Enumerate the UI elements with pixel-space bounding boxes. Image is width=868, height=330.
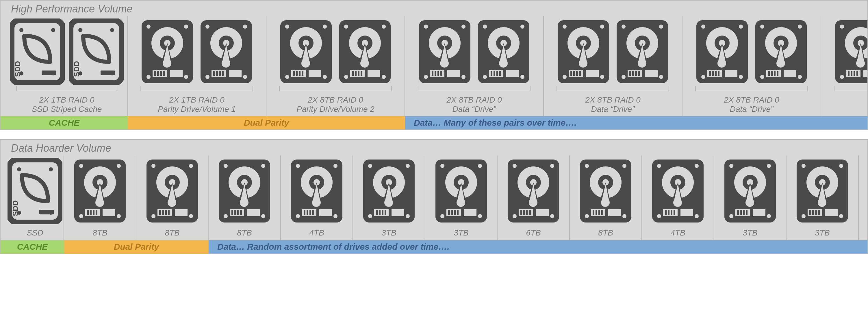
svg-point-248 xyxy=(334,164,338,168)
svg-rect-132 xyxy=(638,71,640,76)
svg-rect-144 xyxy=(709,71,711,76)
svg-point-52 xyxy=(301,59,310,68)
svg-point-202 xyxy=(79,164,83,168)
svg-point-157 xyxy=(776,59,785,68)
svg-rect-103 xyxy=(506,70,519,77)
drive-desc-line1: 8TB xyxy=(92,228,107,238)
svg-point-359 xyxy=(818,198,827,207)
drive-pair: RAID 0Data “Drive” xyxy=(821,16,868,116)
svg-text:SDD: SDD xyxy=(72,61,81,77)
drive-desc-line1: 3TB xyxy=(815,228,830,238)
svg-point-293 xyxy=(550,164,554,168)
svg-rect-302 xyxy=(523,210,525,215)
svg-point-339 xyxy=(729,214,733,218)
bracket xyxy=(834,86,868,91)
hdd-icon xyxy=(434,158,489,224)
svg-rect-290 xyxy=(464,209,476,216)
svg-point-233 xyxy=(261,164,265,168)
svg-rect-349 xyxy=(746,210,747,215)
svg-point-77 xyxy=(424,75,428,79)
drive-desc: 3TB xyxy=(378,228,399,238)
svg-rect-87 xyxy=(440,71,442,76)
svg-point-82 xyxy=(440,59,449,68)
svg-point-323 xyxy=(694,164,699,168)
hdd-icon xyxy=(615,19,670,85)
drive-desc-line1: 2X 8TB RAID 0 xyxy=(446,95,502,104)
svg-rect-72 xyxy=(361,71,362,76)
category-data: Data… Many of these pairs over time…. xyxy=(405,116,867,129)
svg-rect-13 xyxy=(100,70,115,75)
svg-point-295 xyxy=(550,214,554,218)
drive-pair: 2X 8TB RAID 0Data “Drive” xyxy=(544,16,682,116)
drive-desc-line1: 2X 8TB RAID 0 xyxy=(297,95,374,104)
svg-rect-88 xyxy=(447,70,460,77)
svg-point-108 xyxy=(600,75,604,79)
svg-rect-230 xyxy=(175,209,188,216)
drive-single: 3TB xyxy=(353,155,425,240)
svg-point-220 xyxy=(189,214,193,218)
svg-rect-303 xyxy=(526,210,528,215)
drive-desc-line1: 2X 1TB RAID 0 xyxy=(32,95,102,104)
svg-rect-275 xyxy=(392,209,404,216)
svg-point-355 xyxy=(839,214,843,218)
drive-desc-line1: 4TB xyxy=(670,228,685,238)
svg-point-265 xyxy=(406,214,410,218)
svg-rect-258 xyxy=(309,210,311,215)
svg-point-172 xyxy=(856,59,865,68)
svg-rect-214 xyxy=(96,210,97,215)
bracket xyxy=(418,86,530,91)
svg-point-123 xyxy=(659,75,663,79)
drive-desc: 8TB xyxy=(90,228,110,238)
drive-single: 8TB xyxy=(570,155,642,240)
svg-point-97 xyxy=(499,59,508,68)
hdd-icon xyxy=(289,158,344,224)
svg-rect-26 xyxy=(160,71,162,76)
svg-rect-243 xyxy=(237,210,239,215)
drive-pair: SDD SDD 2X 1TB RAID 0SSD Striped Cache xyxy=(1,16,128,116)
drive-single: 3TB xyxy=(714,155,786,240)
svg-point-15 xyxy=(147,25,151,29)
svg-rect-100 xyxy=(494,71,495,76)
category-row: CACHEDual ParityData… Random assortment … xyxy=(1,240,867,253)
svg-point-352 xyxy=(802,164,806,168)
svg-point-142 xyxy=(717,59,726,68)
svg-point-121 xyxy=(659,25,663,29)
svg-rect-319 xyxy=(601,210,603,215)
svg-point-247 xyxy=(296,164,300,168)
drive-desc: 3TB xyxy=(451,228,471,238)
svg-point-195 xyxy=(17,167,21,171)
svg-rect-177 xyxy=(857,71,858,76)
category-parity: Dual Parity xyxy=(64,240,209,253)
hdd-icon xyxy=(506,158,561,224)
svg-rect-242 xyxy=(234,210,236,215)
svg-text:SDD: SDD xyxy=(11,200,20,216)
bracket xyxy=(557,86,669,91)
svg-point-18 xyxy=(184,75,188,79)
svg-point-93 xyxy=(520,75,524,79)
svg-text:SDD: SDD xyxy=(13,61,22,77)
svg-rect-58 xyxy=(309,70,321,77)
hdd-icon xyxy=(362,158,416,224)
svg-point-338 xyxy=(767,164,771,168)
svg-point-329 xyxy=(673,198,682,207)
svg-rect-117 xyxy=(579,71,581,76)
svg-rect-229 xyxy=(168,210,169,215)
svg-point-48 xyxy=(323,75,327,79)
svg-rect-334 xyxy=(674,210,675,215)
svg-point-165 xyxy=(840,25,844,29)
svg-rect-335 xyxy=(680,209,693,216)
drive-single: SDD SSD xyxy=(1,155,64,240)
svg-point-22 xyxy=(163,59,172,68)
svg-point-353 xyxy=(839,164,843,168)
hdd-icon xyxy=(338,19,393,85)
bracket xyxy=(279,86,392,91)
hdd-icon xyxy=(795,158,850,224)
svg-rect-361 xyxy=(809,210,811,215)
svg-rect-163 xyxy=(784,70,796,77)
hdd-icon xyxy=(723,158,778,224)
svg-point-264 xyxy=(368,214,372,218)
svg-rect-215 xyxy=(102,209,115,216)
hdd-icon xyxy=(753,19,808,85)
svg-point-135 xyxy=(701,25,705,29)
drive-single: 8TB xyxy=(136,155,209,240)
